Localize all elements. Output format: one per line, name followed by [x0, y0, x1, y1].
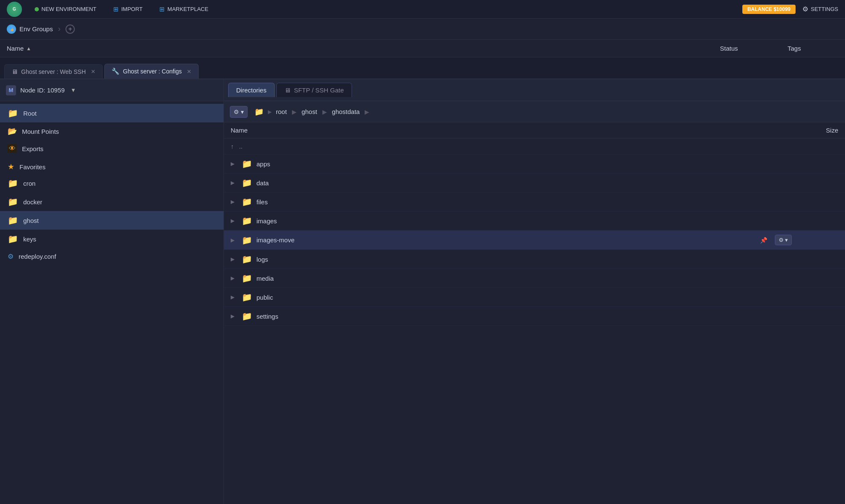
col-tags-label: Tags: [788, 45, 801, 52]
file-item-apps[interactable]: ▶ 📁 apps: [224, 154, 845, 173]
folder-icon-settings: 📁: [242, 311, 252, 321]
parent-dir-item[interactable]: ↑ ..: [224, 138, 845, 154]
marketplace-icon: ⊞: [159, 5, 165, 13]
sidebar-item-redeploy[interactable]: ⚙ redeploy.conf: [0, 248, 224, 265]
file-name-files: files: [256, 198, 792, 206]
tab-configs-icon: 🔧: [112, 68, 120, 75]
path-item-root[interactable]: root: [276, 108, 287, 115]
folder-icon-data: 📁: [242, 178, 252, 188]
new-environment-button[interactable]: NEW ENVIRONMENT: [30, 4, 101, 14]
file-list: ↑ .. ▶ 📁 apps ▶ 📁 data ▶ 📁 files: [224, 138, 845, 504]
sidebar-item-exports[interactable]: 👁 Exports: [0, 140, 224, 157]
sidebar-item-keys[interactable]: 📁 keys: [0, 230, 224, 248]
folder-icon-public: 📁: [242, 292, 252, 302]
file-name-logs: logs: [256, 256, 792, 263]
ghost-folder-icon: 📁: [8, 215, 18, 225]
tab-configs[interactable]: 🔧 Ghost server : Configs ✕: [104, 64, 199, 79]
file-item-images[interactable]: ▶ 📁 images: [224, 211, 845, 230]
file-toolbar-gear-button[interactable]: ⚙ ▾: [230, 106, 248, 118]
sidebar-item-cron[interactable]: 📁 cron: [0, 174, 224, 192]
file-item-logs[interactable]: ▶ 📁 logs: [224, 250, 845, 269]
col-status-header: Status: [720, 45, 788, 52]
tab-directories-label: Directories: [236, 87, 267, 94]
sidebar-item-ghost[interactable]: 📁 ghost: [0, 211, 224, 230]
sort-arrow-icon: ▲: [26, 46, 31, 51]
tabs-bar: 🖥 Ghost server : Web SSH ✕ 🔧 Ghost serve…: [0, 57, 845, 79]
left-panel-header: M Node ID: 10959 ▼: [0, 79, 224, 101]
marketplace-button[interactable]: ⊞ MARKETPLACE: [155, 4, 213, 15]
left-panel: M Node ID: 10959 ▼ 📁 Root 📂 Mount Points…: [0, 79, 224, 504]
path-item-ghostdata[interactable]: ghostdata: [332, 108, 360, 115]
sidebar-item-docker[interactable]: 📁 docker: [0, 192, 224, 211]
folder-icon-images: 📁: [242, 216, 252, 226]
file-name-images: images: [256, 217, 792, 225]
tab-directories[interactable]: Directories: [228, 83, 275, 97]
path-sep-1: ▶: [292, 108, 297, 115]
top-bar: G NEW ENVIRONMENT ⊞ IMPORT ⊞ MARKETPLACE…: [0, 0, 845, 19]
folder-icon-images-move: 📁: [242, 235, 252, 245]
favorites-label: Favorites: [19, 163, 46, 171]
file-item-files[interactable]: ▶ 📁 files: [224, 192, 845, 211]
tab-configs-close[interactable]: ✕: [187, 68, 191, 75]
sidebar-item-docker-label: docker: [23, 198, 42, 206]
env-groups-label: Env Groups: [19, 25, 53, 33]
expand-arrow-public: ▶: [231, 294, 237, 300]
file-name-images-move: images-move: [256, 236, 754, 244]
sidebar-item-redeploy-label: redeploy.conf: [19, 253, 56, 260]
breadcrumb-separator: ›: [58, 24, 60, 33]
col-name-label: Name: [7, 45, 24, 52]
sidebar-item-ghost-label: ghost: [23, 217, 39, 224]
file-col-name-header: Name: [231, 127, 796, 134]
sidebar-item-mount-points[interactable]: 📂 Mount Points: [0, 122, 224, 140]
file-item-public[interactable]: ▶ 📁 public: [224, 288, 845, 307]
file-name-public: public: [256, 294, 792, 301]
file-name-header-label: Name: [231, 127, 248, 134]
expand-arrow-images: ▶: [231, 218, 237, 224]
file-toolbar: ⚙ ▾ 📁 ▶ root ▶ ghost ▶ ghostdata ▶: [224, 101, 845, 122]
gear-icon: ⚙: [802, 5, 808, 13]
path-folder-icon: 📁: [254, 107, 264, 117]
sidebar-item-cron-label: cron: [23, 180, 35, 187]
star-icon: ★: [8, 162, 14, 171]
path-item-ghost[interactable]: ghost: [302, 108, 317, 115]
parent-dir-arrow: ↑: [231, 143, 234, 150]
tab-webssh-close[interactable]: ✕: [91, 68, 95, 75]
file-item-data[interactable]: ▶ 📁 data: [224, 173, 845, 192]
tab-sftp-label: SFTP / SSH Gate: [294, 87, 344, 94]
right-panel: Directories 🖥 SFTP / SSH Gate ⚙ ▾ 📁 ▶ ro…: [224, 79, 845, 504]
sidebar-item-exports-label: Exports: [22, 145, 44, 152]
file-size-header-label: Size: [826, 127, 838, 134]
images-move-gear-button[interactable]: ⚙ ▾: [775, 235, 792, 245]
expand-arrow-settings: ▶: [231, 313, 237, 319]
node-badge: M: [6, 85, 16, 95]
file-item-media[interactable]: ▶ 📁 media: [224, 269, 845, 288]
folder-icon-logs: 📁: [242, 254, 252, 264]
breadcrumb-env-groups[interactable]: Env Groups: [7, 24, 53, 34]
settings-button[interactable]: ⚙ SETTINGS: [802, 5, 838, 13]
sidebar-item-root[interactable]: 📁 Root: [0, 104, 224, 122]
tab-configs-label: Ghost server : Configs: [123, 68, 182, 75]
main-content: M Node ID: 10959 ▼ 📁 Root 📂 Mount Points…: [0, 79, 845, 504]
mount-points-folder-icon: 📂: [8, 127, 17, 136]
node-id-label: Node ID: 10959: [20, 87, 65, 94]
svg-point-1: [11, 29, 14, 31]
images-move-dropdown-arrow: ▾: [785, 237, 788, 243]
file-item-images-move[interactable]: ▶ 📁 images-move 📌 ⚙ ▾: [224, 230, 845, 250]
expand-arrow-data: ▶: [231, 180, 237, 186]
node-dropdown-arrow[interactable]: ▼: [71, 87, 76, 93]
import-icon: ⊞: [113, 5, 119, 13]
file-item-settings[interactable]: ▶ 📁 settings: [224, 307, 845, 326]
cron-folder-icon: 📁: [8, 178, 18, 188]
env-groups-icon: [7, 24, 16, 34]
add-breadcrumb-button[interactable]: +: [65, 24, 75, 34]
tab-webssh[interactable]: 🖥 Ghost server : Web SSH ✕: [4, 64, 103, 79]
col-name-header[interactable]: Name ▲: [7, 45, 720, 52]
import-button[interactable]: ⊞ IMPORT: [109, 4, 147, 15]
tab-webssh-icon: 🖥: [11, 68, 18, 75]
tab-sftp[interactable]: 🖥 SFTP / SSH Gate: [276, 83, 352, 97]
balance-button[interactable]: BALANCE $10099: [742, 5, 796, 14]
settings-label: SETTINGS: [811, 6, 838, 12]
path-arrow-0: ▶: [268, 109, 272, 115]
pin-icon: 📌: [760, 237, 767, 244]
sidebar-item-keys-label: keys: [23, 236, 36, 243]
